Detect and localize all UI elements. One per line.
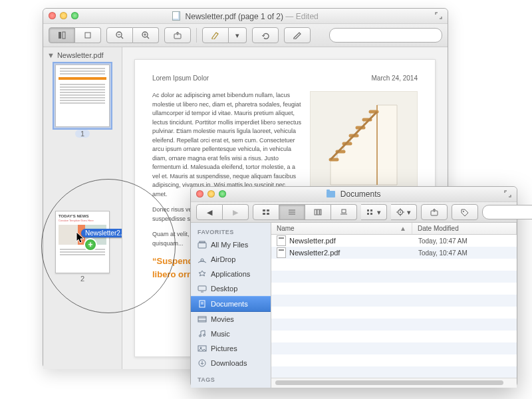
sidebar-title: Newsletter.pdf [57,51,104,59]
close-button[interactable] [49,12,56,19]
favorites-heading: FAVORITES [191,227,271,237]
finder-close-button[interactable] [196,190,203,198]
view-continuous-button[interactable] [75,27,101,43]
sidebar-header[interactable]: ▼ Newsletter.pdf [43,50,122,61]
view-list-button[interactable] [279,204,305,220]
zoom-button[interactable] [71,12,78,19]
svg-rect-29 [367,213,369,215]
finder-title: Documents [196,190,511,199]
finder-window: Documents ◀ ▶ ▾ ▾ FAVORITE [190,186,517,387]
zoom-in-button[interactable] [133,27,159,43]
sidebar-item-airdrop[interactable]: AirDrop [191,252,271,267]
file-pane: Name ▲ Date Modified Newsletter.pdfToday… [271,223,517,388]
file-row[interactable]: Newsletter.pdfToday, 10:47 AM [271,235,517,247]
finder-title-text: Documents [340,190,381,199]
markup-button[interactable] [284,27,311,43]
svg-rect-27 [367,209,369,211]
svg-rect-22 [315,209,317,215]
svg-point-38 [463,211,464,212]
share-button[interactable] [164,27,191,43]
view-thumbnails-button[interactable] [49,27,75,43]
sidebar-item-label: Pictures [211,344,237,352]
svg-rect-0 [59,32,61,39]
finder-search-input[interactable] [482,205,532,219]
sidebar-item-apps[interactable]: Applications [191,267,271,281]
svg-rect-42 [200,241,205,243]
music-icon [198,330,207,338]
page-thumbnail-1[interactable] [55,65,110,127]
zoom-out-button[interactable] [106,27,133,43]
minimize-button[interactable] [60,12,67,19]
all-icon [198,241,207,249]
pictures-icon [198,344,207,352]
view-coverflow-button[interactable] [331,204,357,220]
file-row[interactable]: Newsletter2.pdfToday, 10:47 AM [271,247,517,259]
page-header-left: Lorem Ipsum Dolor [152,74,209,82]
svg-point-32 [400,211,401,213]
column-date[interactable]: Date Modified [412,223,517,234]
sidebar-item-music[interactable]: Music [191,327,271,341]
action-button[interactable]: ▾ [391,204,417,220]
sidebar-item-label: Documents [211,300,248,308]
sidebar-item-all[interactable]: All My Files [191,237,271,252]
file-list[interactable]: Newsletter.pdfToday, 10:47 AMNewsletter2… [271,235,517,378]
tags-button[interactable] [452,204,478,220]
finder-zoom-button[interactable] [219,190,226,198]
drop-add-badge-icon: + [84,238,97,251]
file-name: Newsletter2.pdf [289,249,340,257]
empty-row [271,307,517,319]
window-title: Newsletter.pdf (page 1 of 2) — Edited [49,11,442,21]
file-date: Today, 10:47 AM [413,237,517,245]
sidebar-item-label: Music [211,330,230,338]
document-icon [172,11,180,21]
file-name: Newsletter.pdf [289,237,336,245]
search-input[interactable] [329,28,442,43]
fullscreen-icon[interactable] [435,12,442,21]
finder-share-button[interactable] [421,204,448,220]
sidebar-item-movies[interactable]: Movies [191,312,271,327]
svg-rect-28 [370,209,372,211]
finder-search-wrap [482,205,532,219]
preview-titlebar: Newsletter.pdf (page 1 of 2) — Edited [43,9,448,24]
column-name[interactable]: Name ▲ [271,223,412,234]
view-columns-button[interactable] [305,204,331,220]
disclosure-triangle-icon: ▼ [47,51,55,59]
traffic-lights [49,12,78,19]
empty-row [271,342,517,354]
empty-row [271,319,517,331]
back-button[interactable]: ◀ [196,204,223,220]
rotate-button[interactable] [252,27,279,43]
sidebar-item-label: Downloads [211,359,247,367]
page-header-right: March 24, 2014 [372,74,418,82]
svg-rect-24 [320,209,321,215]
sidebar-item-desktop[interactable]: Desktop [191,281,271,296]
arrange-button[interactable]: ▾ [361,204,387,220]
sort-asc-icon: ▲ [400,225,406,232]
sidebar-item-label: AirDrop [211,255,235,263]
horizontal-scrollbar[interactable] [271,378,517,388]
sidebar-item-label: Movies [211,315,234,323]
finder-fullscreen-icon[interactable] [504,190,511,198]
thumbnails-sidebar: ▼ Newsletter.pdf 1 TODAY'S NEWS Creative… [43,47,122,369]
sidebar-item-docs[interactable]: Documents [191,296,271,312]
view-icons-button[interactable] [253,204,279,220]
sidebar-item-pictures[interactable]: Pictures [191,341,271,356]
svg-rect-15 [263,209,265,211]
svg-rect-17 [263,213,265,215]
svg-rect-41 [198,243,206,248]
finder-minimize-button[interactable] [207,190,215,198]
sidebar-item-downloads[interactable]: Downloads [191,356,271,370]
highlight-button[interactable] [202,27,229,43]
finder-traffic-lights [196,190,226,198]
forward-button[interactable]: ▶ [223,204,249,220]
svg-rect-1 [63,32,65,39]
highlight-dropdown[interactable]: ▾ [229,27,247,43]
search-wrap [329,28,442,43]
thumb2-subhead: Creative Template Goes Here [56,219,109,223]
pdf-icon [277,247,286,258]
docs-icon [198,300,207,308]
svg-rect-23 [317,209,319,215]
folder-icon [327,191,335,198]
thumb2-headline: TODAY'S NEWS [56,211,109,219]
page-thumbnail-2[interactable]: TODAY'S NEWS Creative Template Goes Here… [55,211,110,273]
